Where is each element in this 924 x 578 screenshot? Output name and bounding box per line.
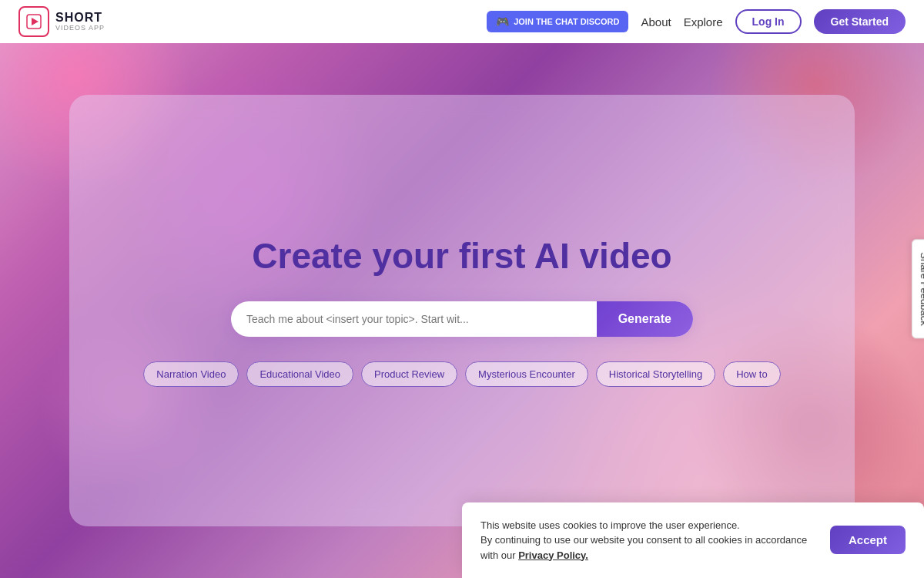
explore-link[interactable]: Explore xyxy=(684,15,723,29)
feedback-tab[interactable]: Share Feedback xyxy=(912,239,925,338)
main-content: Create your first AI video Generate Narr… xyxy=(0,43,924,578)
cookie-text-line2: By continuing to use our website you con… xyxy=(480,534,807,546)
navbar: SHORT VIDEOS APP 🎮 JOIN THE CHAT DISCORD… xyxy=(0,0,924,43)
logo-text: SHORT VIDEOS APP xyxy=(55,11,105,32)
feedback-label: Share Feedback xyxy=(919,252,925,325)
logo-main-text: SHORT xyxy=(55,11,105,25)
generate-button[interactable]: Generate xyxy=(597,301,693,337)
login-button[interactable]: Log In xyxy=(735,9,802,34)
cookie-banner: This website uses cookies to improve the… xyxy=(462,502,924,579)
hero-card: Create your first AI video Generate Narr… xyxy=(69,95,855,526)
logo: SHORT VIDEOS APP xyxy=(18,6,105,37)
chip-narration-video[interactable]: Narration Video xyxy=(143,361,239,387)
logo-sub-text: VIDEOS APP xyxy=(55,25,105,32)
prompt-input-row: Generate xyxy=(231,301,693,337)
discord-label: JOIN THE CHAT DISCORD xyxy=(514,17,619,26)
discord-button[interactable]: 🎮 JOIN THE CHAT DISCORD xyxy=(487,11,628,32)
privacy-policy-link[interactable]: Privacy Policy. xyxy=(518,549,588,561)
svg-marker-1 xyxy=(32,18,38,25)
chip-educational-video[interactable]: Educational Video xyxy=(246,361,353,387)
cookie-text: This website uses cookies to improve the… xyxy=(480,518,807,563)
chip-how-to[interactable]: How to xyxy=(723,361,780,387)
nav-right: 🎮 JOIN THE CHAT DISCORD About Explore Lo… xyxy=(487,9,906,34)
cookie-text-line1: This website uses cookies to improve the… xyxy=(480,519,740,531)
chip-mysterious-encounter[interactable]: Mysterious Encounter xyxy=(465,361,588,387)
chips-row: Narration Video Educational Video Produc… xyxy=(143,361,780,387)
getstarted-button[interactable]: Get Started xyxy=(814,9,906,34)
logo-icon xyxy=(18,6,49,37)
about-link[interactable]: About xyxy=(641,15,671,29)
discord-icon: 🎮 xyxy=(496,15,509,28)
chip-historical-storytelling[interactable]: Historical Storytelling xyxy=(596,361,715,387)
chip-product-review[interactable]: Product Review xyxy=(361,361,457,387)
accept-button[interactable]: Accept xyxy=(830,526,906,554)
cookie-text-line3: with our xyxy=(480,549,518,561)
hero-title: Create your first AI video xyxy=(252,235,671,277)
prompt-input[interactable] xyxy=(231,302,597,336)
